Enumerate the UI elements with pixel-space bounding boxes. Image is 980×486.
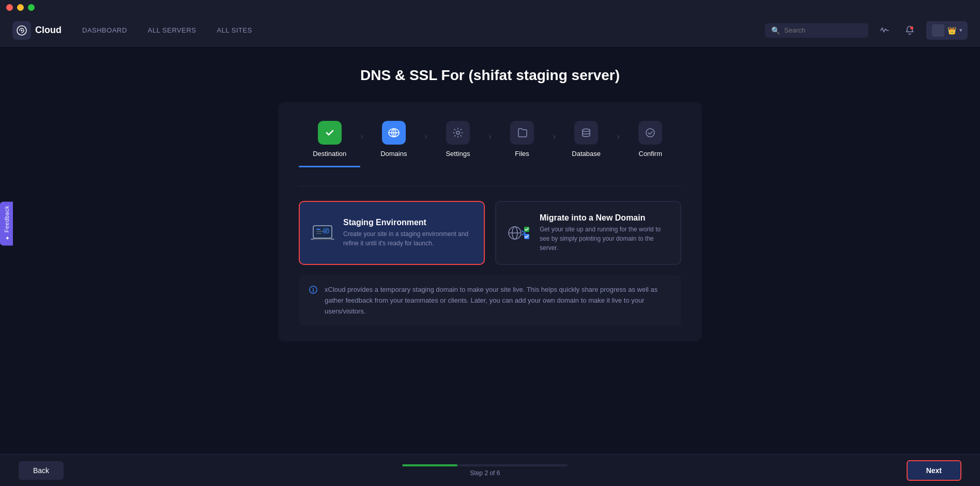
step-destination[interactable]: Destination (299, 121, 360, 167)
page-title: DNS & SSL For (shifat staging server) (360, 67, 620, 84)
info-text: xCloud provides a temporary staging doma… (325, 285, 671, 317)
crown-icon: 👑 (947, 26, 956, 35)
step-label-confirm: Confirm (639, 150, 663, 158)
step-files[interactable]: Files (491, 121, 553, 158)
dot-green[interactable] (28, 4, 35, 11)
nav-dashboard[interactable]: DASHBOARD (82, 26, 127, 34)
step-icon-files (510, 121, 534, 145)
svg-point-6 (456, 131, 460, 134)
search-icon: 🔍 (771, 26, 780, 35)
step-label-domains: Domains (380, 150, 407, 158)
titlebar (0, 0, 980, 14)
next-button[interactable]: Next (907, 460, 961, 481)
logo-text: Cloud (35, 25, 62, 36)
svg-rect-11 (316, 229, 320, 230)
user-avatar-btn[interactable]: 👑 ▾ (926, 21, 968, 40)
notification-icon[interactable] (901, 22, 918, 39)
progress-bar (402, 464, 568, 466)
search-box[interactable]: 🔍 (765, 23, 868, 38)
migrate-text: Migrate into a New Domain Get your site … (540, 213, 670, 253)
svg-point-1 (910, 26, 913, 29)
nav-all-sites[interactable]: ALL SITES (217, 26, 252, 34)
main-content: ✦ Feedback DNS & SSL For (shifat staging… (0, 46, 980, 486)
nav-links: DASHBOARD ALL SERVERS ALL SITES (82, 26, 765, 34)
step-icon-destination (318, 121, 342, 145)
step-icon-settings (446, 121, 470, 145)
step-icon-domains (382, 121, 406, 145)
progress-fill (402, 464, 457, 466)
staging-text: Staging Environment Create your site in … (343, 218, 473, 248)
step-icon-confirm (638, 121, 662, 145)
staging-description: Create your site in a staging environmen… (343, 229, 473, 248)
step-settings[interactable]: Settings (427, 121, 488, 158)
wizard-container: Destination › Domains › (278, 102, 702, 341)
info-icon (309, 286, 317, 296)
nav-right: 🔍 👑 ▾ (765, 21, 968, 40)
divider (299, 186, 681, 186)
migrate-title: Migrate into a New Domain (540, 213, 670, 223)
svg-point-7 (583, 129, 590, 132)
staging-icon (310, 221, 335, 245)
step-label-database: Database (572, 150, 601, 158)
navbar: Cloud DASHBOARD ALL SERVERS ALL SITES 🔍 … (0, 14, 980, 46)
option-migrate[interactable]: Migrate into a New Domain Get your site … (495, 201, 681, 265)
step-label-files: Files (515, 150, 529, 158)
bottom-bar: Back Step 2 of 6 Next (0, 454, 980, 486)
svg-rect-12 (316, 231, 324, 232)
logo[interactable]: Cloud (12, 21, 62, 40)
svg-point-0 (21, 29, 23, 31)
nav-all-servers[interactable]: ALL SERVERS (148, 26, 196, 34)
back-button[interactable]: Back (19, 461, 64, 480)
svg-rect-13 (316, 233, 321, 234)
step-database[interactable]: Database (555, 121, 617, 158)
step-label-destination: Destination (313, 150, 346, 158)
dot-red[interactable] (6, 4, 13, 11)
migrate-icon (507, 221, 531, 245)
step-domains[interactable]: Domains (363, 121, 424, 158)
step-confirm[interactable]: Confirm (620, 121, 681, 158)
options-row: Staging Environment Create your site in … (299, 201, 681, 265)
dot-yellow[interactable] (17, 4, 24, 11)
wizard-steps: Destination › Domains › (299, 121, 681, 167)
svg-point-8 (646, 129, 654, 137)
migrate-description: Get your site up and running for the wor… (540, 225, 670, 253)
option-staging[interactable]: Staging Environment Create your site in … (299, 201, 485, 265)
feedback-btn[interactable]: ✦ Feedback (0, 201, 13, 245)
progress-label: Step 2 of 6 (470, 469, 500, 477)
progress-area: Step 2 of 6 (64, 464, 907, 477)
info-box: xCloud provides a temporary staging doma… (299, 275, 681, 326)
staging-title: Staging Environment (343, 218, 473, 227)
activity-icon[interactable] (877, 22, 893, 39)
step-underline-destination (299, 166, 360, 167)
step-label-settings: Settings (446, 150, 470, 158)
logo-icon (12, 21, 31, 40)
info-text-content: xCloud provides a temporary staging doma… (325, 286, 657, 315)
step-icon-database (574, 121, 598, 145)
search-input[interactable] (784, 26, 862, 34)
feedback-label: ✦ Feedback (3, 206, 10, 241)
